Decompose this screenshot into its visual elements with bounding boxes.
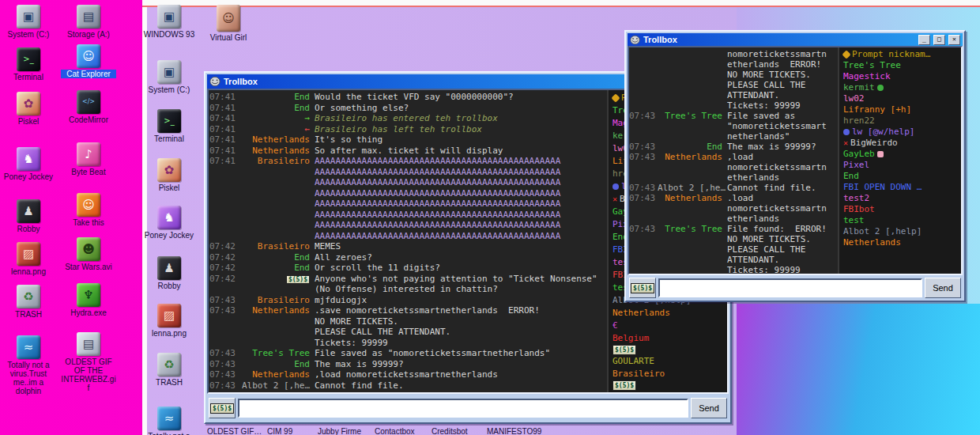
clipped-icon-label[interactable]: MANIFESTO99	[487, 427, 541, 435]
user-list-item[interactable]: End	[839, 171, 961, 182]
icon-codemirror[interactable]: </>CodeMirror	[61, 90, 116, 124]
chat-message: 07:42BrasileiroMEMES	[209, 241, 607, 252]
icon-storage-a[interactable]: ▤Storage (A:)	[61, 5, 116, 39]
user-list-item[interactable]: Prompt nicknam…	[839, 49, 961, 60]
user-list-item[interactable]: lw02	[839, 93, 961, 104]
money-emote-button[interactable]: $(5)$	[209, 398, 236, 418]
user-list-item[interactable]: FBI OPEN DOWN …	[839, 182, 961, 193]
user-list-item[interactable]: Netherlands	[609, 307, 727, 320]
icon-dolphin[interactable]: ≈Totally not a virus.Trust me..im a dolp…	[1, 335, 56, 395]
clipped-icon-label[interactable]: CIM 99	[267, 427, 292, 435]
icon-piskel-bg-label: Piskel	[141, 183, 197, 192]
icon-take-this[interactable]: ☺Take this	[61, 193, 116, 227]
icon-windows93[interactable]: ▣WINDOWS 93	[141, 5, 197, 39]
icon-terminal-bg[interactable]: >_Terminal	[141, 109, 197, 143]
clipped-icon-label[interactable]: Contactbox	[375, 427, 415, 435]
icon-system-c-bg[interactable]: ▣System (C:)	[141, 60, 197, 94]
user-list-item[interactable]: Tree's Tree	[839, 60, 961, 71]
user-list-item[interactable]: lw [@w/help]	[839, 127, 961, 138]
window-title: Trollbox	[224, 77, 681, 86]
message-time: 07:43	[209, 295, 239, 306]
icon-trash-label: TRASH	[1, 310, 56, 319]
message-nick: Albot 2 [,he…	[658, 183, 727, 193]
user-list-item[interactable]: Lifranny [+h]	[839, 104, 961, 115]
user-name: hren22	[843, 115, 875, 127]
user-name: €	[612, 320, 618, 332]
message-text: .load nomoreticketssmartn etherlands	[727, 193, 838, 224]
message-time: 07:42	[209, 241, 239, 252]
trollface-icon	[630, 35, 640, 45]
icon-poney-jockey[interactable]: ♞Poney Jockey	[1, 147, 56, 181]
chat-message: 07:41→Brasileiro has entered teh trollbo…	[209, 113, 607, 124]
message-nick	[658, 49, 727, 111]
message-input[interactable]	[238, 399, 688, 418]
maximize-button[interactable]: □	[933, 35, 945, 45]
chat-message: 07:41←Brasileiro has left teh trollbox	[209, 124, 607, 135]
money-emote-button[interactable]: $(5)$	[629, 278, 656, 298]
user-list-item[interactable]: FBIbot	[839, 204, 961, 215]
message-time: 07:43	[209, 391, 239, 392]
background-window-red-line	[142, 6, 980, 7]
message-time: 07:41	[209, 113, 239, 124]
icon-poney-jockey-bg[interactable]: ♞Poney Jockey	[141, 206, 197, 240]
user-list-item[interactable]: ✕BigWeirdo	[839, 138, 961, 149]
user-list-item[interactable]: $(5)$	[609, 380, 727, 391]
icon-robby[interactable]: ♟Robby	[1, 199, 56, 233]
clipped-icon-label[interactable]: Jubby Firme	[318, 427, 361, 435]
icon-virtual-girl[interactable]: ☺Virtual Girl	[201, 5, 256, 42]
title-bar[interactable]: Trollbox _ □ ✕	[628, 33, 963, 46]
icon-star-wars-avi[interactable]: ☻Star Wars.avi	[61, 237, 116, 271]
icon-trash-bg[interactable]: ♻TRASH	[141, 353, 197, 387]
user-list-item[interactable]: Magestick	[839, 71, 961, 82]
icon-piskel[interactable]: ✿Piskel	[1, 92, 56, 126]
icon-lenna-png-bg[interactable]: ▨lenna.png	[141, 304, 197, 338]
user-name: Netherlands	[612, 307, 670, 320]
message-text: File saved as "nomoreticketssmart nether…	[727, 111, 838, 142]
user-list-item[interactable]: test2	[839, 193, 961, 204]
user-list-item[interactable]: Pixel	[839, 160, 961, 171]
clipped-icon-label[interactable]: OLDEST GIF…	[207, 427, 262, 435]
send-button[interactable]: Send	[691, 398, 727, 418]
icon-storage-a-label: Storage (A:)	[61, 30, 116, 39]
user-list-item[interactable]: GOULARTE	[609, 355, 727, 368]
user-list[interactable]: Prompt nicknam…Tree's TreeMagestickkermi…	[838, 47, 961, 274]
send-button[interactable]: Send	[925, 278, 961, 298]
user-list-item[interactable]: kermit	[839, 82, 961, 93]
icon-oldest-gif[interactable]: ▤OLDEST GIF OF THE INTERWEBZ.gif	[61, 332, 116, 392]
icon-hydra-exe[interactable]: ♆Hydra.exe	[61, 283, 116, 317]
user-list-item[interactable]: hren22	[839, 115, 961, 127]
user-list-item[interactable]: Belgium	[609, 332, 727, 345]
user-list-item[interactable]: $(5)$	[609, 345, 727, 355]
money-badge: $(5)$	[631, 283, 654, 293]
chat-log[interactable]: 07:41EndWould the ticket VFD say "000000…	[209, 90, 607, 392]
user-list-item[interactable]: Brasileiro	[609, 368, 727, 380]
icon-dolphin-bg-label: Totally not a virus.Trust me..im a dolph…	[141, 432, 197, 435]
icon-robby-bg[interactable]: ♟Robby	[141, 256, 197, 290]
icon-dolphin-bg[interactable]: ≈Totally not a virus.Trust me..im a dolp…	[141, 407, 197, 435]
message-time: 07:43	[629, 142, 658, 152]
message-text: The max is 99999?	[315, 359, 607, 370]
user-list-item[interactable]: GayLeb	[839, 149, 961, 160]
message-nick: End	[239, 263, 315, 274]
icon-system-c[interactable]: ▣System (C:)	[1, 5, 56, 39]
icon-piskel-bg[interactable]: ✿Piskel	[141, 158, 197, 192]
message-input[interactable]	[658, 278, 922, 297]
icon-trash[interactable]: ♻TRASH	[1, 285, 56, 319]
message-nick: Tree's Tree	[658, 224, 727, 274]
icon-terminal[interactable]: >_Terminal	[1, 47, 56, 81]
message-time: 07:41	[209, 103, 239, 114]
close-button[interactable]: ✕	[948, 35, 960, 45]
icon-lenna-png[interactable]: ▨lenna.png	[1, 242, 56, 276]
icon-byte-beat[interactable]: ♪Byte Beat	[61, 142, 116, 176]
icon-piskel-glyph: ✿	[17, 92, 40, 115]
chat-message: 07:41EndOr something else?	[209, 103, 607, 114]
user-list-item[interactable]: Albot 2 [,help]	[839, 226, 961, 237]
user-list-item[interactable]: €	[609, 320, 727, 332]
clipped-icon-label[interactable]: Creditsbot	[432, 427, 468, 435]
minimize-button[interactable]: _	[918, 35, 930, 45]
user-list-item[interactable]: test	[839, 215, 961, 226]
user-list-item[interactable]: Netherlands	[839, 237, 961, 248]
chat-log[interactable]: nomoreticketssmartn etherlands ERROR! NO…	[629, 47, 838, 274]
icon-cat-explorer[interactable]: ☺Cat Explorer	[61, 44, 116, 78]
icon-star-wars-avi-label: Star Wars.avi	[61, 263, 116, 271]
